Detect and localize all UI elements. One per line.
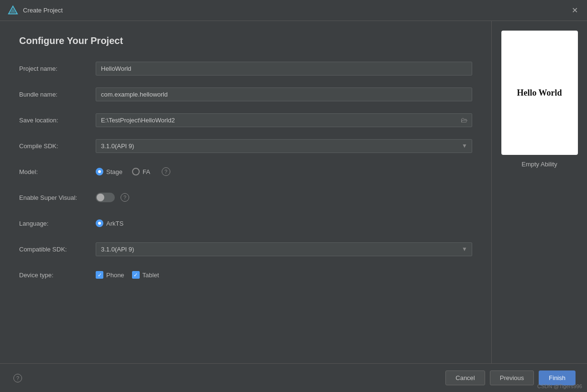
language-label: Language: <box>19 220 96 227</box>
super-visual-toggle-knob <box>97 194 104 201</box>
super-visual-help-icon[interactable]: ? <box>121 193 129 202</box>
model-help-icon[interactable]: ? <box>162 167 170 176</box>
device-type-row: Device type: ✓ Phone ✓ Tablet <box>19 267 472 283</box>
model-row: Model: Stage FA ? <box>19 164 472 179</box>
compatible-sdk-select-wrapper: 3.1.0(API 9) 3.0.0(API 8) ▼ <box>96 242 472 256</box>
compile-sdk-label: Compile SDK: <box>19 142 96 150</box>
watermark: CSDN @Tigers996 <box>537 383 582 389</box>
device-type-label: Device type: <box>19 272 96 279</box>
close-button[interactable]: ✕ <box>570 6 579 15</box>
model-label: Model: <box>19 168 96 175</box>
preview-panel: Hello World Empty Ability <box>491 21 587 363</box>
preview-label: Empty Ability <box>521 161 557 168</box>
model-fa-label: FA <box>143 168 150 175</box>
bundle-name-row: Bundle name: <box>19 87 472 102</box>
model-stage-label: Stage <box>106 168 122 175</box>
bundle-name-label: Bundle name: <box>19 91 96 98</box>
compile-sdk-select[interactable]: 3.1.0(API 9) 3.0.0(API 8) <box>96 139 472 153</box>
super-visual-toggle[interactable] <box>96 193 115 202</box>
save-location-input[interactable] <box>96 113 472 127</box>
form-panel: Configure Your Project Project name: Bun… <box>0 21 491 363</box>
device-tablet-checkbox-icon: ✓ <box>132 271 140 279</box>
device-phone-checkbox-icon: ✓ <box>96 271 103 279</box>
device-phone-check-mark: ✓ <box>98 272 102 278</box>
create-project-dialog: Create Project ✕ Configure Your Project … <box>0 0 587 392</box>
super-visual-row: Enable Super Visual: ? <box>19 190 472 205</box>
language-row: Language: ArkTS <box>19 216 472 231</box>
footer: ? Cancel Previous Finish <box>0 363 587 392</box>
previous-button[interactable]: Previous <box>490 370 534 385</box>
compatible-sdk-label: Compatible SDK: <box>19 246 96 253</box>
save-location-label: Save location: <box>19 117 96 124</box>
model-radio-group: Stage FA ? <box>96 167 170 176</box>
super-visual-controls: ? <box>96 193 129 202</box>
app-logo-icon <box>8 5 18 16</box>
model-stage-radio-icon <box>96 168 103 175</box>
page-title: Configure Your Project <box>19 35 472 46</box>
compile-sdk-select-wrapper: 3.1.0(API 9) 3.0.0(API 8) ▼ <box>96 139 472 153</box>
footer-help-icon[interactable]: ? <box>13 374 22 382</box>
device-tablet-option[interactable]: ✓ Tablet <box>132 271 159 279</box>
device-tablet-check-mark: ✓ <box>133 272 138 278</box>
save-location-row: Save location: 🗁 <box>19 112 472 128</box>
footer-left: ? <box>11 374 22 382</box>
language-group: ArkTS <box>96 219 123 227</box>
model-fa-radio-icon <box>132 168 140 175</box>
save-location-input-wrapper: 🗁 <box>96 113 472 127</box>
project-name-row: Project name: <box>19 61 472 76</box>
device-type-group: ✓ Phone ✓ Tablet <box>96 271 159 279</box>
language-arkts-radio-icon <box>96 219 103 227</box>
language-arkts-option[interactable]: ArkTS <box>96 219 123 227</box>
super-visual-label: Enable Super Visual: <box>19 194 96 201</box>
compatible-sdk-select[interactable]: 3.1.0(API 9) 3.0.0(API 8) <box>96 242 472 256</box>
title-bar-text: Create Project <box>23 7 570 14</box>
bundle-name-input[interactable] <box>96 87 472 101</box>
compile-sdk-row: Compile SDK: 3.1.0(API 9) 3.0.0(API 8) ▼ <box>19 138 472 153</box>
title-bar: Create Project ✕ <box>0 0 587 21</box>
model-stage-option[interactable]: Stage <box>96 168 122 175</box>
project-name-label: Project name: <box>19 65 96 72</box>
model-fa-option[interactable]: FA <box>132 168 150 175</box>
preview-hello-world-text: Hello World <box>517 88 562 98</box>
cancel-button[interactable]: Cancel <box>445 370 485 385</box>
phone-preview: Hello World <box>501 31 578 155</box>
folder-icon[interactable]: 🗁 <box>461 116 467 124</box>
language-arkts-label: ArkTS <box>106 220 123 227</box>
device-phone-label: Phone <box>106 272 124 279</box>
project-name-input[interactable] <box>96 62 472 76</box>
compatible-sdk-row: Compatible SDK: 3.1.0(API 9) 3.0.0(API 8… <box>19 241 472 257</box>
device-phone-option[interactable]: ✓ Phone <box>96 271 124 279</box>
content-area: Configure Your Project Project name: Bun… <box>0 21 587 363</box>
device-tablet-label: Tablet <box>143 272 159 279</box>
